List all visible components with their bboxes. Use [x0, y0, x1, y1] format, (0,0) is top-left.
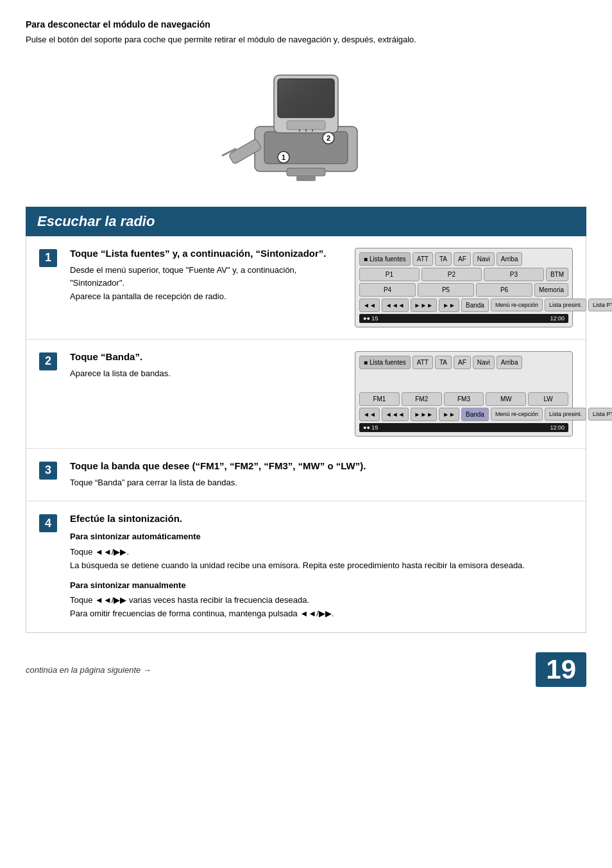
footer-continue-text: continúa en la página siguiente →: [26, 665, 151, 675]
rb-memoria[interactable]: Memoria: [534, 283, 568, 297]
svg-rect-7: [287, 121, 325, 130]
step-4-content: Efectúe la sintonización. Para sintoniza…: [70, 513, 573, 621]
step-1: 1 Toque “Lista fuentes” y, a continuació…: [26, 236, 586, 340]
rb-prev1[interactable]: ◄◄◄: [382, 299, 409, 312]
rb-source-2[interactable]: ■ Lista fuentes: [359, 356, 411, 369]
rb-btm[interactable]: BTM: [546, 268, 568, 281]
step-3-number: 3: [39, 462, 57, 480]
svg-rect-1: [264, 132, 348, 164]
step-3-content: Toque la banda que desee (“FM1”, “FM2”, …: [70, 460, 573, 490]
step-2-image: ■ Lista fuentes ATT TA AF Navi Arriba FM…: [355, 351, 573, 437]
footer: continúa en la página siguiente → 19: [26, 646, 586, 687]
step-4-sub2-heading: Para sintonizar manualmente: [70, 579, 573, 593]
rb-p1[interactable]: P1: [359, 268, 420, 281]
rb-navi-1[interactable]: Navi: [473, 252, 495, 266]
radio-ui-2: ■ Lista fuentes ATT TA AF Navi Arriba FM…: [355, 351, 573, 437]
rb-p5[interactable]: P5: [418, 283, 474, 297]
top-section: Para desconectar el módulo de navegación…: [26, 19, 586, 46]
step-4-sub1-line2: La búsqueda se detiene cuando la unidad …: [70, 559, 573, 573]
rb-arriba-2[interactable]: Arriba: [497, 356, 523, 369]
step-4-number: 4: [39, 514, 57, 532]
device-svg: 1 2: [216, 62, 396, 184]
step-1-body: Desde el menú superior, toque "Fuente AV…: [70, 264, 342, 304]
steps-container: 1 Toque “Lista fuentes” y, a continuació…: [26, 236, 586, 634]
step-1-number: 1: [39, 249, 57, 267]
rb-banda2[interactable]: Banda: [461, 408, 489, 421]
rb-lw[interactable]: LW: [528, 392, 568, 406]
step-4-sub2-line2: Para omitir frecuencias de forma continu…: [70, 607, 573, 621]
rb-rew2[interactable]: ◄◄: [359, 408, 380, 421]
rb-mw[interactable]: MW: [486, 392, 526, 406]
rb-fm3[interactable]: FM3: [444, 392, 484, 406]
rb-p2[interactable]: P2: [421, 268, 482, 281]
rb-att-2[interactable]: ATT: [412, 356, 433, 369]
page-number: 19: [536, 652, 586, 687]
step-4-sub1-line1: Toque ◄◄/▶▶.: [70, 546, 573, 559]
step-2-heading: Toque “Banda”.: [70, 351, 342, 362]
step-2-content: Toque “Banda”. Aparece la lista de banda…: [70, 351, 573, 437]
rb-next1[interactable]: ►►►: [411, 299, 438, 312]
rb-lista-pty2[interactable]: Lista PTY: [588, 408, 612, 421]
svg-rect-6: [278, 79, 334, 117]
svg-rect-2: [287, 168, 325, 176]
rb-fm2[interactable]: FM2: [402, 392, 442, 406]
step-1-heading: Toque “Lista fuentes” y, a continuación,…: [70, 248, 342, 259]
rb-p6[interactable]: P6: [476, 283, 532, 297]
step-1-text: Toque “Lista fuentes” y, a continuación,…: [70, 248, 342, 304]
step-3-heading: Toque la banda que desee (“FM1”, “FM2”, …: [70, 460, 573, 471]
rb-p3[interactable]: P3: [484, 268, 544, 281]
rb-source-1[interactable]: ■ Lista fuentes: [359, 252, 411, 266]
rb-lista-pty1[interactable]: Lista PTY: [588, 299, 612, 311]
svg-text:2: 2: [327, 134, 330, 142]
step-2-text: Toque “Banda”. Aparece la lista de banda…: [70, 351, 342, 381]
step-4-sub1-heading: Para sintonizar automáticamente: [70, 530, 573, 544]
svg-text:1: 1: [282, 153, 285, 161]
step-4-sub2: Para sintonizar manualmente Toque ◄◄/▶▶ …: [70, 579, 573, 621]
rb-af-1[interactable]: AF: [454, 252, 471, 266]
step-2-body: Aparece la lista de bandas.: [70, 367, 342, 381]
radio-status-1: ●● 15 12:00: [359, 314, 568, 323]
step-4-sub1: Para sintonizar automáticamente Toque ◄◄…: [70, 530, 573, 572]
rb-att-1[interactable]: ATT: [412, 252, 433, 266]
radio-ui-1: ■ Lista fuentes ATT TA AF Navi Arriba P1…: [355, 248, 573, 327]
step-2: 2 Toque “Banda”. Aparece la lista de ban…: [26, 340, 586, 449]
rb-banda1[interactable]: Banda: [461, 299, 489, 312]
step-4: 4 Efectúe la sintonización. Para sintoni…: [26, 501, 586, 632]
svg-rect-3: [296, 176, 316, 181]
rb-menu1[interactable]: Menú re-cepción: [491, 299, 543, 311]
rb-prev2[interactable]: ◄◄◄: [382, 408, 409, 421]
step-4-sub2-line1: Toque ◄◄/▶▶ varias veces hasta recibir l…: [70, 594, 573, 607]
rb-ta-2[interactable]: TA: [435, 356, 452, 369]
top-body: Pulse el botón del soporte para coche qu…: [26, 33, 586, 46]
rb-menu2[interactable]: Menú re-cepción: [491, 408, 543, 421]
step-1-image: ■ Lista fuentes ATT TA AF Navi Arriba P1…: [355, 248, 573, 327]
top-heading: Para desconectar el módulo de navegación: [26, 19, 586, 30]
step-2-number: 2: [39, 352, 57, 370]
step-3-body: Toque “Banda” para cerrar la lista de ba…: [70, 476, 573, 490]
rb-af-2[interactable]: AF: [454, 356, 471, 369]
rb-ta-1[interactable]: TA: [435, 252, 452, 266]
section-title-text: Escuchar la radio: [37, 213, 155, 229]
rb-rew1[interactable]: ◄◄: [359, 299, 380, 312]
step-1-content: Toque “Lista fuentes” y, a continuación,…: [70, 248, 573, 327]
rb-fm1[interactable]: FM1: [359, 392, 400, 406]
rb-next2[interactable]: ►►►: [411, 408, 438, 421]
rb-lista-pre1[interactable]: Lista presint.: [545, 299, 586, 311]
rb-p4[interactable]: P4: [359, 283, 416, 297]
rb-arriba-1[interactable]: Arriba: [497, 252, 523, 266]
rb-fwd1[interactable]: ►►: [439, 299, 459, 312]
section-header: Escuchar la radio: [26, 207, 586, 236]
rb-navi-2[interactable]: Navi: [473, 356, 495, 369]
rb-lista-pre2[interactable]: Lista presint.: [545, 408, 586, 421]
step-3: 3 Toque la banda que desee (“FM1”, “FM2”…: [26, 449, 586, 502]
radio-status-2: ●● 15 12:00: [359, 423, 568, 432]
rb-fwd2[interactable]: ►►: [439, 408, 459, 421]
device-image-area: 1 2: [26, 59, 586, 187]
step-4-heading: Efectúe la sintonización.: [70, 513, 573, 524]
